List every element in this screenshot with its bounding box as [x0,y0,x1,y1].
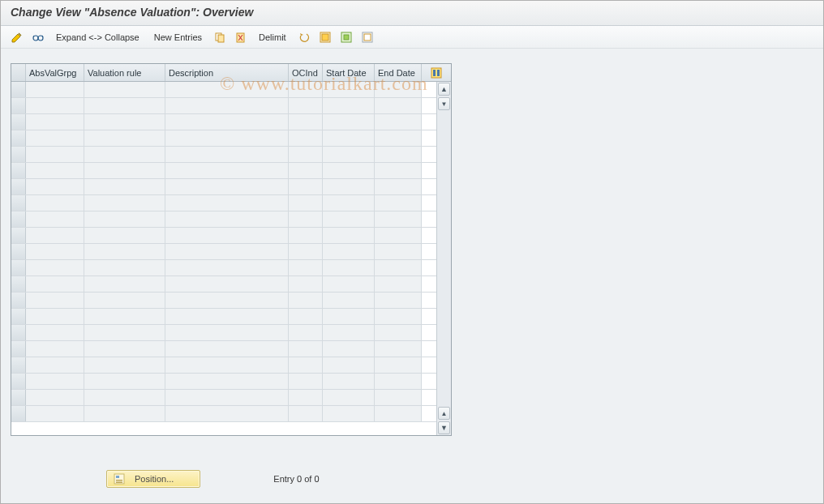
cell-end-date[interactable] [375,276,422,292]
cell-end-date[interactable] [375,374,422,389]
cell-ocind[interactable] [289,374,323,389]
cell-ocind[interactable] [289,211,323,227]
cell-start-date[interactable] [323,390,375,405]
cell-start-date[interactable] [323,163,375,178]
row-selector[interactable] [11,293,26,308]
cell-description[interactable] [165,211,289,227]
row-selector-header[interactable] [11,64,26,81]
copy-icon[interactable] [212,30,228,45]
table-row[interactable] [11,130,436,147]
table-row[interactable] [11,98,436,114]
cell-ocind[interactable] [289,244,323,259]
position-button[interactable]: Position... [106,470,200,488]
cell-valuation-rule[interactable] [84,374,165,389]
cell-end-date[interactable] [375,390,422,405]
cell-ocind[interactable] [289,228,323,243]
cell-description[interactable] [165,82,289,97]
cell-start-date[interactable] [323,341,375,357]
cell-description[interactable] [165,244,289,259]
cell-start-date[interactable] [323,114,375,130]
table-row[interactable] [11,357,436,374]
cell-description[interactable] [165,325,289,340]
cell-start-date[interactable] [323,325,375,340]
scroll-up-icon[interactable]: ▲ [438,83,450,96]
cell-valuation-rule[interactable] [84,260,165,275]
row-selector[interactable] [11,374,26,389]
table-row[interactable] [11,114,436,130]
cell-valuation-rule[interactable] [84,228,165,243]
row-selector[interactable] [11,114,26,130]
cell-start-date[interactable] [323,98,375,113]
cell-start-date[interactable] [323,357,375,373]
row-selector[interactable] [11,179,26,194]
cell-valuation-rule[interactable] [84,82,165,97]
table-row[interactable] [11,260,436,276]
cell-ocind[interactable] [289,309,323,324]
cell-absvalgrpg[interactable] [26,325,84,340]
scroll-down2-icon[interactable]: ▲ [438,407,450,420]
cell-description[interactable] [165,374,289,389]
row-selector[interactable] [11,147,26,162]
table-row[interactable] [11,293,436,309]
cell-valuation-rule[interactable] [84,293,165,308]
cell-description[interactable] [165,406,289,421]
col-ocind[interactable]: OCInd [289,64,323,81]
cell-absvalgrpg[interactable] [26,228,84,243]
col-start-date[interactable]: Start Date [323,64,375,81]
cell-ocind[interactable] [289,114,323,130]
expand-collapse-button[interactable]: Expand <-> Collapse [51,31,144,44]
cell-absvalgrpg[interactable] [26,390,84,405]
cell-ocind[interactable] [289,147,323,162]
scroll-up2-icon[interactable]: ▼ [438,97,450,110]
select-block-icon[interactable] [338,30,354,45]
cell-valuation-rule[interactable] [84,309,165,324]
cell-end-date[interactable] [375,406,422,421]
cell-start-date[interactable] [323,147,375,162]
cell-valuation-rule[interactable] [84,276,165,292]
scroll-down-icon[interactable]: ▼ [438,421,450,434]
row-selector[interactable] [11,390,26,405]
new-entries-button[interactable]: New Entries [149,31,207,44]
vertical-scrollbar[interactable]: ▲ ▼ ▲ ▼ [436,82,451,435]
cell-ocind[interactable] [289,341,323,357]
cell-absvalgrpg[interactable] [26,195,84,211]
cell-description[interactable] [165,228,289,243]
undo-icon[interactable] [296,30,312,45]
cell-description[interactable] [165,390,289,405]
row-selector[interactable] [11,82,26,97]
cell-absvalgrpg[interactable] [26,82,84,97]
cell-description[interactable] [165,195,289,211]
delimit-button[interactable]: Delimit [254,31,291,44]
cell-valuation-rule[interactable] [84,195,165,211]
row-selector[interactable] [11,325,26,340]
cell-absvalgrpg[interactable] [26,98,84,113]
cell-description[interactable] [165,114,289,130]
cell-absvalgrpg[interactable] [26,260,84,275]
cell-end-date[interactable] [375,309,422,324]
cell-description[interactable] [165,341,289,357]
cell-ocind[interactable] [289,276,323,292]
cell-end-date[interactable] [375,325,422,340]
cell-end-date[interactable] [375,82,422,97]
row-selector[interactable] [11,163,26,178]
table-row[interactable] [11,147,436,163]
cell-ocind[interactable] [289,179,323,194]
table-row[interactable] [11,309,436,325]
cell-end-date[interactable] [375,130,422,146]
cell-valuation-rule[interactable] [84,244,165,259]
cell-valuation-rule[interactable] [84,357,165,373]
configure-columns-button[interactable] [422,64,451,81]
cell-valuation-rule[interactable] [84,406,165,421]
col-absvalgrpg[interactable]: AbsValGrpg [26,64,84,81]
cell-absvalgrpg[interactable] [26,276,84,292]
cell-description[interactable] [165,276,289,292]
cell-absvalgrpg[interactable] [26,309,84,324]
cell-ocind[interactable] [289,195,323,211]
row-selector[interactable] [11,309,26,324]
row-selector[interactable] [11,244,26,259]
table-row[interactable] [11,228,436,244]
col-end-date[interactable]: End Date [375,64,422,81]
cell-end-date[interactable] [375,341,422,357]
cell-absvalgrpg[interactable] [26,406,84,421]
cell-end-date[interactable] [375,98,422,113]
